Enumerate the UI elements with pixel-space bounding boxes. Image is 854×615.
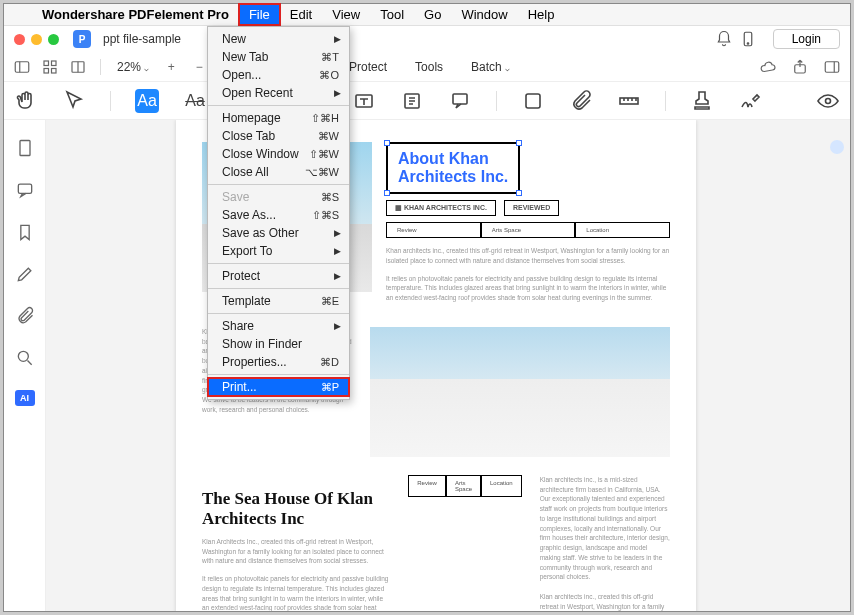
brand-box: ▦ KHAN ARCHITECTS INC.: [386, 200, 496, 216]
svg-rect-15: [453, 94, 467, 104]
menu-item-share[interactable]: Share▶: [208, 317, 349, 335]
meta-row: ReviewArts SpaceLocation: [408, 475, 521, 497]
svg-point-21: [18, 351, 28, 361]
bookmarks-panel-icon[interactable]: [15, 222, 35, 242]
hero-title-line1: About Khan: [398, 150, 489, 167]
highlight-tool[interactable]: Aa: [135, 89, 159, 113]
textbox-tool-icon[interactable]: [352, 89, 376, 113]
tab-batch[interactable]: Batch ⌵: [461, 60, 520, 74]
menu-help[interactable]: Help: [518, 4, 565, 25]
zoom-select[interactable]: 22% ⌵: [113, 60, 153, 74]
annotation-toolbar: Aa Aa Aa: [4, 82, 850, 120]
svg-rect-4: [44, 61, 49, 66]
app-icon: P: [73, 30, 91, 48]
body-text: Klan Architects Inc., created this off-g…: [202, 537, 390, 566]
search-panel-icon[interactable]: [15, 348, 35, 368]
reviewed-box: REVIEWED: [504, 200, 559, 216]
body-text: It relies on photovoltaic panels for ele…: [202, 574, 390, 611]
window-minimize-button[interactable]: [31, 34, 42, 45]
mobile-icon[interactable]: [739, 30, 757, 48]
menu-window[interactable]: Window: [451, 4, 517, 25]
svg-point-18: [826, 98, 831, 103]
document-tab-title[interactable]: ppt file-sample: [103, 32, 181, 46]
view-toolbar: 22% ⌵ + − Edit Form Protect Tools Batch …: [4, 52, 850, 82]
menu-edit[interactable]: Edit: [280, 4, 322, 25]
stamp-tool-icon[interactable]: [690, 89, 714, 113]
signature-tool-icon[interactable]: [738, 89, 762, 113]
building-image: [370, 327, 670, 457]
window-close-button[interactable]: [14, 34, 25, 45]
menu-item-save-as-other[interactable]: Save as Other▶: [208, 224, 349, 242]
menu-item-properties[interactable]: Properties...⌘D: [208, 353, 349, 371]
menu-tool[interactable]: Tool: [370, 4, 414, 25]
share-icon[interactable]: [790, 57, 810, 77]
ai-panel-button[interactable]: AI: [15, 390, 35, 406]
svg-rect-5: [52, 61, 57, 66]
mac-menubar: Wondershare PDFelement Pro File Edit Vie…: [4, 4, 850, 26]
sidebar-toggle-icon[interactable]: [12, 57, 32, 77]
measure-tool-icon[interactable]: [617, 89, 641, 113]
thumbnails-icon[interactable]: [40, 57, 60, 77]
menu-go[interactable]: Go: [414, 4, 451, 25]
select-tool-icon[interactable]: [62, 89, 86, 113]
section-heading: The Sea House Of Klan Architects Inc: [202, 489, 390, 529]
body-text: Klan architects inc., is a mid-sized arc…: [540, 475, 670, 611]
edit-panel-icon[interactable]: [15, 264, 35, 284]
window-chrome: P ppt file-sample Login: [4, 26, 850, 52]
menu-item-close-tab[interactable]: Close Tab⌘W: [208, 127, 349, 145]
svg-rect-6: [44, 68, 49, 73]
hand-tool-icon[interactable]: [14, 89, 38, 113]
bell-icon[interactable]: [715, 30, 733, 48]
menu-item-template[interactable]: Template⌘E: [208, 292, 349, 310]
menu-item-protect[interactable]: Protect▶: [208, 267, 349, 285]
menu-item-show-in-finder[interactable]: Show in Finder: [208, 335, 349, 353]
menu-item-save: Save⌘S: [208, 188, 349, 206]
document-canvas[interactable]: About Khan Architects Inc. ▦ KHAN ARCHIT…: [46, 120, 850, 611]
hero-title-line2: Architects Inc.: [398, 168, 508, 185]
attachment-tool-icon[interactable]: [569, 89, 593, 113]
menu-item-close-window[interactable]: Close Window⇧⌘W: [208, 145, 349, 163]
panel-right-icon[interactable]: [822, 57, 842, 77]
page-handle[interactable]: [830, 140, 844, 154]
svg-rect-16: [526, 94, 540, 108]
svg-point-1: [747, 43, 749, 45]
selected-text-box[interactable]: About Khan Architects Inc.: [386, 142, 520, 194]
svg-rect-2: [15, 61, 29, 72]
svg-rect-20: [18, 184, 31, 193]
menu-item-close-all[interactable]: Close All⌥⌘W: [208, 163, 349, 181]
left-rail: AI: [4, 120, 46, 611]
shape-tool-icon[interactable]: [521, 89, 545, 113]
menu-item-open-recent[interactable]: Open Recent▶: [208, 84, 349, 102]
body-text: It relies on photovoltaic panels for ele…: [386, 274, 670, 303]
window-zoom-button[interactable]: [48, 34, 59, 45]
menu-item-export-to[interactable]: Export To▶: [208, 242, 349, 260]
menu-file[interactable]: File: [239, 4, 280, 25]
eye-icon[interactable]: [816, 89, 840, 113]
login-button[interactable]: Login: [773, 29, 840, 49]
svg-rect-11: [825, 61, 839, 72]
file-menu-dropdown: New▶New Tab⌘TOpen...⌘OOpen Recent▶Homepa…: [207, 26, 350, 400]
svg-rect-7: [52, 68, 57, 73]
attachments-panel-icon[interactable]: [15, 306, 35, 326]
zoom-in-button[interactable]: +: [161, 57, 181, 77]
comments-panel-icon[interactable]: [15, 180, 35, 200]
meta-row: ReviewArts SpaceLocation: [386, 222, 670, 238]
menu-item-save-as[interactable]: Save As...⇧⌘S: [208, 206, 349, 224]
strikeout-tool[interactable]: Aa: [183, 89, 207, 113]
body-text: Khan architects inc., created this off-g…: [386, 246, 670, 266]
menu-item-new[interactable]: New▶: [208, 30, 349, 48]
svg-rect-19: [20, 141, 30, 156]
app-name[interactable]: Wondershare PDFelement Pro: [32, 7, 239, 22]
menu-item-homepage[interactable]: Homepage⇧⌘H: [208, 109, 349, 127]
cloud-icon[interactable]: [758, 57, 778, 77]
menu-item-print[interactable]: Print...⌘P: [208, 378, 349, 396]
note-tool-icon[interactable]: [400, 89, 424, 113]
menu-view[interactable]: View: [322, 4, 370, 25]
callout-tool-icon[interactable]: [448, 89, 472, 113]
tab-tools[interactable]: Tools: [405, 60, 453, 74]
thumbnails-panel-icon[interactable]: [15, 138, 35, 158]
reading-view-icon[interactable]: [68, 57, 88, 77]
menu-item-open[interactable]: Open...⌘O: [208, 66, 349, 84]
menu-item-new-tab[interactable]: New Tab⌘T: [208, 48, 349, 66]
